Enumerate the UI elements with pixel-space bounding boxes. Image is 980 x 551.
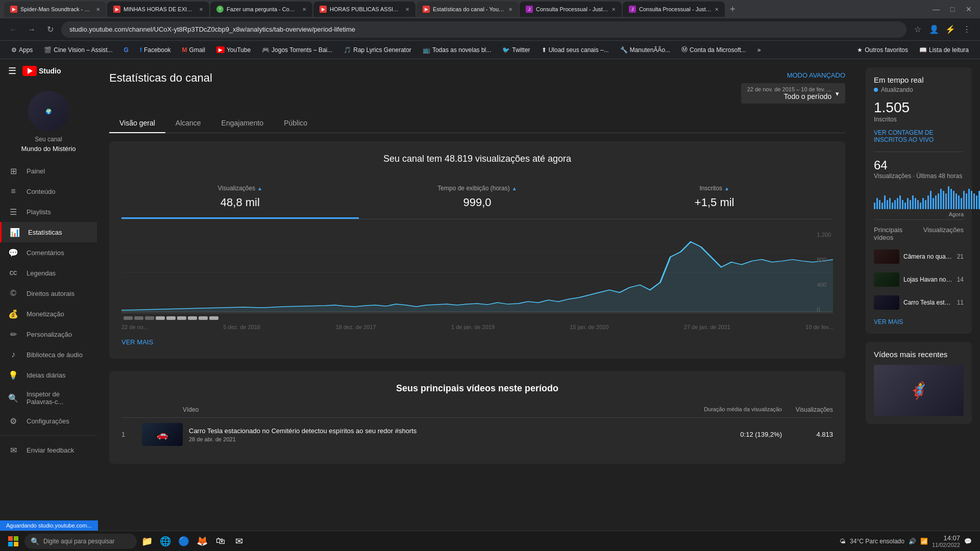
scrubber-dot-1[interactable] bbox=[124, 316, 133, 320]
bookmark-manutencao[interactable]: 🔧 ManutenÃÃo... bbox=[615, 44, 675, 56]
bookmark-outros[interactable]: ★ Outros favoritos bbox=[852, 44, 913, 56]
recent-video-thumb[interactable]: 🦸 bbox=[874, 365, 964, 416]
scrubber-dot-4[interactable] bbox=[156, 316, 165, 320]
metric-visualizacoes[interactable]: Visualizações ▲ 48,8 mil bbox=[121, 177, 359, 219]
scrubber-dot-7[interactable] bbox=[188, 316, 197, 320]
sidebar-item-feedback[interactable]: ✉ Enviar feedback bbox=[0, 440, 97, 460]
address-bar[interactable] bbox=[61, 21, 906, 38]
tab-5[interactable]: ▶ Estatísticas do canal - YouTube... ✕ bbox=[416, 2, 519, 17]
tab-alcance[interactable]: Alcance bbox=[165, 114, 211, 133]
estatisticas-label: Estatísticas bbox=[28, 229, 62, 236]
tab-6-close[interactable]: ✕ bbox=[611, 7, 616, 12]
tab-visao-geral[interactable]: Visão geral bbox=[109, 114, 165, 133]
stats-header: Estatísticas do canal MODO AVANÇADO 22 d… bbox=[109, 71, 845, 104]
hamburger-menu[interactable]: ☰ bbox=[8, 65, 16, 77]
sidebar-item-estatisticas[interactable]: 📊 Estatísticas bbox=[0, 222, 97, 242]
forward-button[interactable]: → bbox=[24, 22, 39, 37]
see-more-link[interactable]: VER MAIS bbox=[121, 338, 153, 346]
tab-publico[interactable]: Público bbox=[274, 114, 317, 133]
tab-3[interactable]: ? Fazer uma pergunta - Comuni... ✕ bbox=[210, 2, 312, 17]
speaker-icon[interactable]: 🔊 bbox=[909, 538, 916, 545]
sidebar-item-monetizacao[interactable]: 💰 Monetização bbox=[0, 304, 97, 324]
sidebar-item-conteudo[interactable]: ≡ Conteúdo bbox=[0, 181, 97, 202]
taskbar-search[interactable]: 🔍 Digite aqui para pesquisar bbox=[24, 534, 137, 549]
settings-icon[interactable]: ⋮ bbox=[960, 22, 974, 37]
scrubber-dot-2[interactable] bbox=[134, 316, 143, 320]
bookmark-uload[interactable]: ⬆ Uload seus canais –... bbox=[536, 44, 614, 56]
tab-1[interactable]: ▶ Spider-Man Soundtrack - Resp... ✕ bbox=[4, 2, 106, 17]
new-tab-button[interactable]: + bbox=[726, 4, 740, 15]
sidebar-item-painel[interactable]: ⊞ Painel bbox=[0, 161, 97, 181]
tab-6[interactable]: J Consulta Processual - Justiça F... ✕ bbox=[520, 2, 622, 17]
scrubber-dot-9[interactable] bbox=[209, 316, 218, 320]
bookmark-rap[interactable]: 🎵 Rap Lyrics Generator bbox=[338, 44, 416, 56]
x-label-1: 5 dez. de 2016 bbox=[223, 324, 260, 330]
tab-4[interactable]: ▶ HORAS PUBLICAS ASSISTIDAS f... ✕ bbox=[313, 2, 415, 17]
sidebar-item-personalizacao[interactable]: ✏ Personalização bbox=[0, 324, 97, 344]
top-video-item-3[interactable]: Carro Tesla estacionado no ... 11 bbox=[874, 291, 964, 314]
see-more-right-link[interactable]: VER MAIS bbox=[874, 318, 964, 325]
maximize-btn[interactable]: □ bbox=[945, 2, 960, 16]
metric-inscritos[interactable]: Inscritos ▲ +1,5 mil bbox=[596, 177, 833, 219]
tab-5-close[interactable]: ✕ bbox=[508, 7, 512, 12]
bookmark-facebook[interactable]: f Facebook bbox=[135, 44, 176, 56]
bookmark-gmail[interactable]: M Gmail bbox=[177, 44, 210, 56]
bookmark-jogos[interactable]: 🎮 Jogos Torrents – Bai... bbox=[257, 44, 337, 56]
sidebar-item-playlists[interactable]: ☰ Playlists bbox=[0, 202, 97, 222]
back-button[interactable]: ← bbox=[6, 22, 20, 37]
taskbar-mail[interactable]: ✉ bbox=[231, 533, 247, 549]
scrubber-dot-5[interactable] bbox=[166, 316, 176, 320]
sidebar-item-configuracoes[interactable]: ⚙ Configurações bbox=[0, 411, 97, 431]
extensions-icon[interactable]: ⚡ bbox=[943, 22, 958, 37]
tab-1-close[interactable]: ✕ bbox=[96, 7, 100, 12]
bookmark-cinevision[interactable]: 🎬 Cine Vision – Assist... bbox=[39, 44, 117, 56]
bookmark-icon[interactable]: ☆ bbox=[911, 22, 925, 37]
manutencao-icon: 🔧 bbox=[620, 46, 628, 54]
sidebar-item-legendas[interactable]: CC Legendas bbox=[0, 263, 97, 283]
bookmark-microsoft[interactable]: Ⓜ Conta da Microsoft... bbox=[676, 43, 751, 56]
live-count-link[interactable]: VER CONTAGEM DE INSCRITOS AO VIVO bbox=[874, 129, 964, 143]
tab-3-close[interactable]: ✕ bbox=[302, 7, 306, 12]
start-button[interactable] bbox=[4, 532, 22, 550]
sidebar-item-ideias[interactable]: 💡 Ideias diárias bbox=[0, 365, 97, 385]
tab-7[interactable]: J Consulta Processual - Justiça F... ✕ bbox=[623, 2, 725, 17]
network-icon[interactable]: 📶 bbox=[920, 538, 928, 545]
tab-engajamento[interactable]: Engajamento bbox=[211, 114, 274, 133]
sidebar-item-comentarios[interactable]: 💬 Comentários bbox=[0, 242, 97, 263]
profile-icon[interactable]: 👤 bbox=[927, 22, 941, 37]
taskbar-store[interactable]: 🛍 bbox=[212, 533, 229, 549]
taskbar-chrome[interactable]: 🔵 bbox=[176, 533, 192, 549]
table-row[interactable]: 1 🚗 Carro Tesla estacionado no Cemitério… bbox=[121, 418, 833, 452]
taskbar-explorer[interactable]: 📁 bbox=[139, 533, 155, 549]
bookmark-google[interactable]: G bbox=[119, 44, 134, 56]
tab-7-close[interactable]: ✕ bbox=[715, 7, 719, 12]
sidebar-item-inspetor[interactable]: 🔍 Inspetor de Palavras-c... bbox=[0, 385, 97, 411]
metric-tempo[interactable]: Tempo de exibição (horas) ▲ 999,0 bbox=[359, 177, 596, 219]
channel-avatar[interactable]: 🌍 bbox=[28, 91, 69, 132]
date-selector[interactable]: 22 de nov. de 2015 – 10 de fev. ... Todo… bbox=[741, 83, 845, 104]
top-video-item-1[interactable]: Câmera no quarto da crianç... 21 bbox=[874, 245, 964, 268]
taskbar-firefox[interactable]: 🦊 bbox=[194, 533, 210, 549]
advanced-mode-button[interactable]: MODO AVANÇADO bbox=[787, 71, 845, 79]
bookmark-youtube[interactable]: ▶ YouTube bbox=[211, 44, 256, 56]
taskbar-edge[interactable]: 🌐 bbox=[157, 533, 174, 549]
sidebar-item-direitos[interactable]: © Direitos autorais bbox=[0, 283, 97, 304]
scrubber-dot-8[interactable] bbox=[199, 316, 208, 320]
tab-4-close[interactable]: ✕ bbox=[405, 7, 409, 12]
scrubber-dot-6[interactable] bbox=[177, 316, 186, 320]
notification-icon[interactable]: 💬 bbox=[964, 538, 972, 545]
bookmark-apps[interactable]: ⚙ Apps bbox=[6, 44, 38, 56]
top-video-item-2[interactable]: Lojas Havan no Minecraft 14 bbox=[874, 268, 964, 291]
yt-studio-logo: Studio bbox=[22, 66, 61, 76]
bookmark-leitura[interactable]: 📖 Lista de leitura bbox=[914, 44, 974, 56]
tab-2[interactable]: ▶ MINHAS HORAS DE EXIBIÇÃO... ✕ bbox=[107, 2, 209, 17]
bookmark-novelas[interactable]: 📺 Todas as novelas bl... bbox=[418, 44, 496, 56]
bookmark-more[interactable]: » bbox=[752, 44, 766, 56]
sidebar-item-biblioteca[interactable]: ♪ Biblioteca de áudio bbox=[0, 344, 97, 365]
minimize-btn[interactable]: — bbox=[929, 2, 943, 16]
scrubber-dot-3[interactable] bbox=[145, 316, 154, 320]
refresh-button[interactable]: ↻ bbox=[43, 22, 57, 37]
bookmark-twitter[interactable]: 🐦 Twitter bbox=[497, 44, 535, 56]
close-btn[interactable]: ✕ bbox=[962, 2, 976, 16]
tab-2-close[interactable]: ✕ bbox=[199, 7, 203, 12]
